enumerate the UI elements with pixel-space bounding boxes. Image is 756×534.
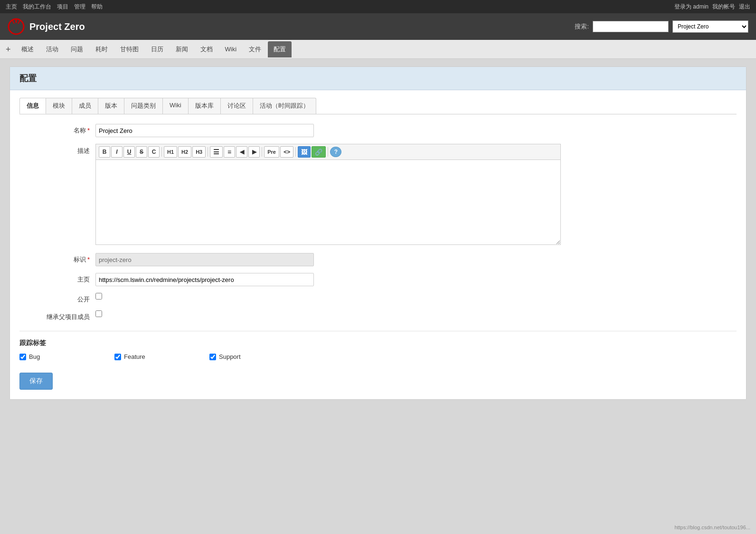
subtab-versions[interactable]: 版本 [98, 98, 124, 114]
nav-news[interactable]: 新闻 [170, 41, 194, 57]
nav-admin[interactable]: 管理 [74, 3, 85, 11]
tracker-support-checkbox[interactable] [209, 354, 216, 360]
user-area: 登录为 admin 我的帐号 退出 [674, 3, 750, 11]
svg-line-3 [18, 20, 20, 24]
nav-plus[interactable]: + [6, 45, 11, 54]
main-content: 配置 信息 模块 成员 版本 问题类别 Wiki 版本库 讨论区 活动（时间跟踪… [0, 59, 756, 407]
project-select[interactable]: Project Zero [672, 20, 748, 33]
logo-icon [8, 18, 25, 35]
subtab-members[interactable]: 成员 [72, 98, 98, 114]
toolbar-h2[interactable]: H2 [178, 146, 191, 158]
logo-area: Project Zero [8, 18, 85, 35]
desc-row: 描述 B I U S C H1 H2 H3 ☰ [19, 144, 737, 246]
name-label: 名称* [19, 124, 95, 135]
name-required: * [87, 127, 90, 134]
nav-bar: + 概述 活动 问题 耗时 甘特图 日历 新闻 文档 Wiki 文件 配置 [0, 40, 756, 59]
homepage-label: 主页 [19, 273, 95, 284]
tracker-bug-checkbox[interactable] [19, 354, 26, 360]
nav-help[interactable]: 帮助 [91, 3, 103, 11]
toolbar-indent[interactable]: ▶ [248, 146, 260, 158]
tracker-feature: Feature [114, 353, 209, 360]
subtab-modules[interactable]: 模块 [46, 98, 72, 114]
name-input[interactable] [95, 124, 314, 137]
homepage-field [95, 273, 314, 286]
toolbar-ul[interactable]: ☰ [210, 146, 223, 158]
public-check [95, 293, 314, 300]
sub-tabs: 信息 模块 成员 版本 问题类别 Wiki 版本库 讨论区 活动（时间跟踪） [19, 98, 737, 114]
homepage-input[interactable] [95, 273, 314, 286]
my-account-link[interactable]: 我的帐号 [712, 3, 735, 11]
nav-files[interactable]: 文件 [243, 41, 267, 57]
trackers-section-title: 跟踪标签 [19, 339, 737, 347]
inherit-checkbox[interactable] [95, 310, 102, 317]
nav-home[interactable]: 主页 [6, 3, 17, 11]
toolbar-sep5 [328, 147, 328, 157]
inherit-label: 继承父项目成员 [19, 310, 95, 321]
nav-calendar[interactable]: 日历 [145, 41, 169, 57]
nav-issues[interactable]: 问题 [65, 41, 89, 57]
toolbar-italic[interactable]: I [111, 146, 123, 158]
public-checkbox[interactable] [95, 293, 102, 300]
toolbar-ol[interactable]: ≡ [224, 146, 235, 158]
toolbar-link[interactable]: 🔗 [312, 146, 326, 158]
subtab-activity[interactable]: 活动（时间跟踪） [253, 98, 316, 114]
save-button[interactable]: 保存 [19, 373, 53, 390]
nav-gantt[interactable]: 甘特图 [114, 41, 144, 57]
identifier-required: * [87, 256, 90, 263]
toolbar-strikethrough[interactable]: S [136, 146, 147, 158]
subtab-repos[interactable]: 版本库 [188, 98, 221, 114]
toolbar-help[interactable]: ? [330, 147, 341, 157]
nav-time[interactable]: 耗时 [90, 41, 113, 57]
search-input[interactable] [593, 21, 669, 32]
nav-wiki[interactable]: Wiki [219, 42, 243, 56]
toolbar-sep3 [262, 147, 262, 157]
identifier-input [95, 253, 314, 266]
page-title: 配置 [19, 73, 737, 84]
toolbar-image[interactable]: 🖼 [298, 146, 311, 158]
name-field [95, 124, 314, 137]
header: Project Zero 搜索: Project Zero [0, 13, 756, 40]
subtab-forums[interactable]: 讨论区 [220, 98, 253, 114]
subtab-info[interactable]: 信息 [19, 98, 46, 114]
top-nav: 主页 我的工作台 项目 管理 帮助 [6, 3, 103, 11]
toolbar-code[interactable]: C [148, 146, 160, 158]
nav-settings[interactable]: 配置 [268, 41, 292, 57]
identifier-label: 标识* [19, 253, 95, 264]
search-label: 搜索: [575, 22, 589, 31]
tracker-bug: Bug [19, 353, 114, 360]
toolbar-outdent[interactable]: ◀ [236, 146, 247, 158]
identifier-row: 标识* [19, 253, 737, 266]
tracker-support-label: Support [219, 353, 241, 360]
name-row: 名称* [19, 124, 737, 137]
toolbar-h1[interactable]: H1 [164, 146, 177, 158]
tracker-bug-label: Bug [29, 353, 40, 360]
nav-docs[interactable]: 文档 [195, 41, 218, 57]
desc-label: 描述 [19, 144, 95, 155]
description-textarea[interactable] [95, 159, 561, 245]
toolbar-inline-code[interactable]: <> [280, 146, 293, 158]
section-divider [19, 331, 737, 331]
logout-link[interactable]: 退出 [739, 3, 750, 11]
nav-overview[interactable]: 概述 [16, 41, 39, 57]
project-title: Project Zero [29, 21, 85, 32]
inherit-field [95, 310, 314, 317]
top-bar: 主页 我的工作台 项目 管理 帮助 登录为 admin 我的帐号 退出 [0, 0, 756, 13]
nav-projects[interactable]: 项目 [57, 3, 68, 11]
inherit-check [95, 310, 314, 317]
tracker-support: Support [209, 353, 304, 360]
toolbar-bold[interactable]: B [99, 146, 110, 158]
page-card-body: 信息 模块 成员 版本 问题类别 Wiki 版本库 讨论区 活动（时间跟踪） 名… [10, 90, 746, 399]
toolbar-pre[interactable]: Pre [264, 146, 279, 158]
tracker-feature-checkbox[interactable] [114, 354, 121, 360]
svg-line-2 [12, 20, 14, 24]
nav-workspace[interactable]: 我的工作台 [23, 3, 51, 11]
desc-field: B I U S C H1 H2 H3 ☰ ≡ ◀ ▶ [95, 144, 561, 246]
homepage-row: 主页 [19, 273, 737, 286]
nav-activity[interactable]: 活动 [40, 41, 64, 57]
tracker-feature-label: Feature [124, 353, 145, 360]
toolbar-underline[interactable]: U [123, 146, 135, 158]
subtab-issue-categories[interactable]: 问题类别 [124, 98, 163, 114]
toolbar-h3[interactable]: H3 [192, 146, 206, 158]
public-row: 公开 [19, 293, 737, 304]
subtab-wiki[interactable]: Wiki [162, 98, 189, 114]
